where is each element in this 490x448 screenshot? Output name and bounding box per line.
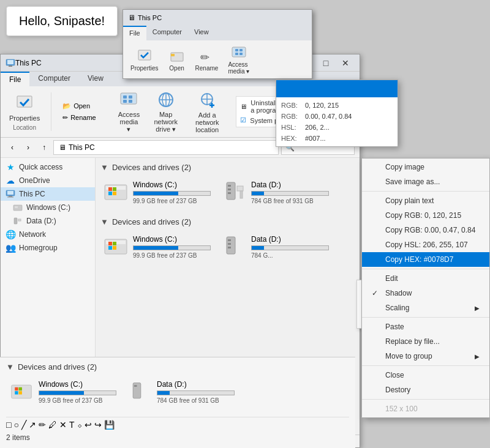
bottom-drive-data-d[interactable]: Data (D:) 784 GB free of 931 GB <box>124 376 238 407</box>
svg-rect-17 <box>129 100 132 103</box>
menu-paste[interactable]: Paste <box>362 319 489 334</box>
menu-copy-plain[interactable]: Copy plain text <box>362 193 489 208</box>
toolbar-eraser-icon[interactable]: ⬦ <box>77 420 82 430</box>
drive-item-data-d-2[interactable]: Data (D:) 784 G... <box>219 231 332 262</box>
sidebar-item-homegroup[interactable]: 👥 Homegroup <box>1 241 95 255</box>
up-button[interactable]: ↑ <box>37 141 51 154</box>
mini-properties-label: Properties <box>130 65 159 72</box>
menu-move-group[interactable]: Move to group ▶ <box>362 349 489 364</box>
toolbar-text-icon[interactable]: T <box>69 420 75 430</box>
menu-save-image[interactable]: Save image as... <box>362 174 489 189</box>
add-network-btn[interactable]: Add a networklocation <box>188 89 226 135</box>
maximize-button[interactable]: □ <box>317 57 335 69</box>
tab-computer[interactable]: Computer <box>29 72 79 86</box>
mini-rename-icon: ✏ <box>198 48 215 65</box>
svg-rect-13 <box>121 93 137 104</box>
access-media-btn[interactable]: Accessmedia ▾ <box>115 89 143 135</box>
toolbar-line-icon[interactable]: ╱ <box>21 420 26 430</box>
copy-image-label: Copy image <box>385 163 424 171</box>
color-values: RGB: 0, 120, 215 RGB: 0.00, 0.47, 0.84 H… <box>276 97 398 146</box>
tab-view[interactable]: View <box>79 72 112 86</box>
devices-chevron-2[interactable]: ▼ <box>100 217 108 226</box>
svg-text:✏: ✏ <box>200 51 209 64</box>
mini-properties-icon <box>136 48 153 65</box>
windows-c-bar-fill-2 <box>134 246 178 250</box>
tab-file[interactable]: File <box>1 72 29 86</box>
toolbar-rect-icon[interactable]: □ <box>6 420 11 430</box>
svg-rect-16 <box>123 100 127 103</box>
toolbar-arrow-icon[interactable]: ↗ <box>29 420 36 430</box>
menu-copy-hsl[interactable]: Copy HSL: 206, 255, 107 <box>362 237 489 252</box>
windows-c-drive-icon-2 <box>104 234 128 259</box>
menu-shadow[interactable]: ✓ Shadow <box>362 286 489 301</box>
mini-properties-btn[interactable]: Properties <box>128 47 161 73</box>
menu-copy-image[interactable]: Copy image <box>362 160 489 174</box>
open-label: Open <box>74 102 90 110</box>
menu-replace[interactable]: Replace by file... <box>362 334 489 349</box>
drive-item-windows-c[interactable]: Windows (C:) 99.9 GB free of 237 GB <box>100 177 214 207</box>
toolbar-x-icon[interactable]: ✕ <box>59 420 67 430</box>
bottom-drive-windows-c[interactable]: Windows (C:) 99.9 GB free of 237 GB <box>6 376 119 407</box>
toolbar-ellipse-icon[interactable]: ○ <box>13 420 18 430</box>
sidebar-item-quick-access[interactable]: ★ Quick access <box>1 160 95 174</box>
separator-4 <box>362 365 489 366</box>
toolbar-marker-icon[interactable]: 🖊 <box>48 420 57 430</box>
sidebar-item-this-pc[interactable]: This PC <box>1 187 95 201</box>
drive-item-data-d[interactable]: Data (D:) 784 GB free of 931 GB <box>219 177 332 207</box>
bottom-data-name: Data (D:) <box>157 380 235 389</box>
sidebar-item-data-d[interactable]: Data (D:) <box>1 214 95 228</box>
menu-scaling[interactable]: Scaling ▶ <box>362 301 489 315</box>
address-path[interactable]: 🖥 This PC <box>53 140 279 155</box>
copy-hsl-label: Copy HSL: 206, 255, 107 <box>385 241 468 249</box>
rename-btn[interactable]: ✏ Rename <box>59 113 100 123</box>
edit-label: Edit <box>385 274 398 283</box>
svg-rect-49 <box>228 185 231 187</box>
toolbar-save-icon[interactable]: 💾 <box>104 420 115 430</box>
save-image-label: Save image as... <box>385 177 440 186</box>
toolbar-undo-icon[interactable]: ↩ <box>85 420 92 430</box>
svg-rect-15 <box>129 95 132 99</box>
sidebar-label-quick-access: Quick access <box>19 163 62 171</box>
forward-button[interactable]: › <box>21 141 35 154</box>
sidebar-item-network[interactable]: 🌐 Network <box>1 228 95 241</box>
menu-copy-rgb2[interactable]: Copy RGB: 0.00, 0.47, 0.84 <box>362 223 489 237</box>
replace-label: Replace by file... <box>385 337 440 346</box>
svg-rect-37 <box>7 197 13 198</box>
uninstall-icon: 🖥 <box>240 103 247 110</box>
data-d-icon <box>13 216 23 226</box>
mini-access-icon <box>230 44 247 61</box>
mini-tab-file[interactable]: File <box>123 26 146 40</box>
sidebar-item-onedrive[interactable]: ☁ OneDrive <box>1 174 95 187</box>
toolbar-pen-icon[interactable]: ✏ <box>39 420 46 430</box>
menu-copy-rgb1[interactable]: Copy RGB: 0, 120, 215 <box>362 208 489 223</box>
move-label: Move to group <box>385 352 432 360</box>
close-button[interactable]: ✕ <box>336 57 355 69</box>
devices-chevron-top[interactable]: ▼ <box>100 163 108 172</box>
menu-copy-hex[interactable]: Copy HEX: #0078D7 <box>362 252 489 267</box>
access-media-icon <box>119 90 138 110</box>
add-network-label: Add a networklocation <box>192 111 222 133</box>
mini-rename-btn[interactable]: ✏ Rename <box>193 47 221 73</box>
back-button[interactable]: ‹ <box>6 141 19 154</box>
hex-label: HEX: <box>281 133 303 144</box>
menu-close[interactable]: Close <box>362 368 489 383</box>
svg-rect-52 <box>237 186 243 191</box>
bottom-win-icon <box>9 379 34 404</box>
rgb-value-1: 0, 120, 215 <box>305 100 339 111</box>
mini-tab-view[interactable]: View <box>188 26 215 40</box>
properties-btn[interactable]: Properties <box>6 92 43 123</box>
bottom-win-info: Windows (C:) 99.9 GB free of 237 GB <box>39 380 116 404</box>
drive-item-windows-c-2[interactable]: Windows (C:) 99.9 GB free of 237 GB <box>100 231 214 262</box>
bottom-chevron[interactable]: ▼ <box>6 362 14 371</box>
map-network-btn[interactable]: Map networkdrive ▾ <box>148 89 183 135</box>
mini-tab-computer[interactable]: Computer <box>146 26 188 40</box>
open-btn[interactable]: 📂 Open <box>59 101 100 111</box>
svg-rect-11 <box>7 60 13 64</box>
mini-open-btn[interactable]: Open <box>166 47 188 73</box>
mini-access-btn[interactable]: Accessmedia ▾ <box>225 43 252 76</box>
sidebar-item-windows-c[interactable]: Windows (C:) <box>1 201 95 214</box>
copy-hex-label: Copy HEX: #0078D7 <box>385 255 453 264</box>
menu-destory[interactable]: Destory <box>362 383 489 397</box>
menu-edit[interactable]: Edit <box>362 271 489 286</box>
toolbar-redo-icon[interactable]: ↪ <box>94 420 102 430</box>
